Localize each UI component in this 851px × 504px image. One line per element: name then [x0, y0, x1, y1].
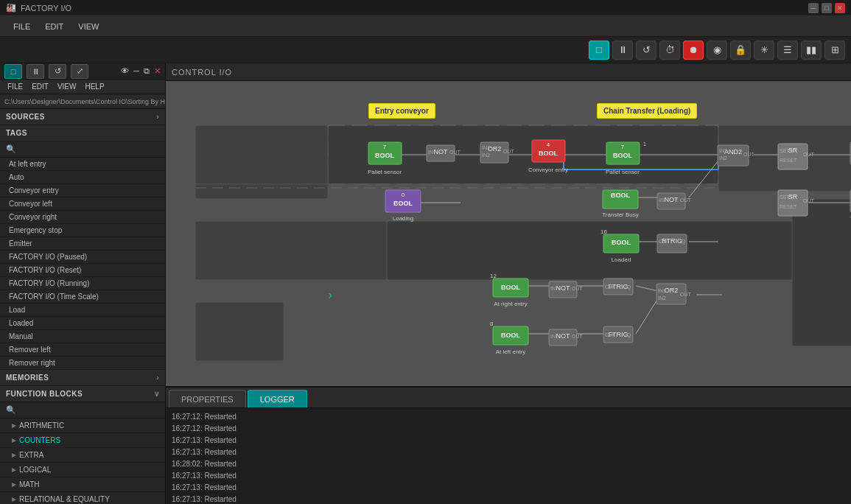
svg-text:NOT: NOT	[556, 332, 571, 340]
maximize-button[interactable]: □	[822, 3, 832, 13]
tag-search-icon: 🔍	[6, 144, 16, 154]
tag-emitter[interactable]: Emitter	[0, 237, 165, 251]
app-title: 🏭 FACTORY I/O	[6, 3, 71, 13]
tab-properties[interactable]: PROPERTIES	[169, 390, 246, 407]
svg-line-24	[689, 161, 718, 197]
tag-factory-timescale[interactable]: FACTORY I/O (Time Scale)	[0, 290, 165, 304]
tag-loaded[interactable]: Loaded	[0, 317, 165, 330]
svg-text:IN1: IN1	[658, 288, 666, 293]
fb-logical[interactable]: ▶LOGICAL	[0, 463, 165, 477]
fb-arithmetic[interactable]: ▶ARITHMETIC	[0, 419, 165, 433]
fb-search-input[interactable]	[19, 406, 159, 414]
toolbar-clock-button[interactable]: ⏱	[659, 41, 680, 60]
sources-section[interactable]: SOURCES ›	[0, 109, 165, 125]
tag-conveyor-right[interactable]: Conveyor right	[0, 211, 165, 224]
app-icon: 🏭	[6, 3, 16, 13]
toolbar-square-button[interactable]: □	[589, 41, 609, 60]
cio-menu-file[interactable]: FILE	[3, 81, 27, 92]
cio-menu-view[interactable]: VIEW	[53, 81, 81, 92]
tab-logger[interactable]: LOGGER	[248, 390, 307, 407]
toolbar-menu-button[interactable]: ☰	[777, 41, 798, 60]
svg-text:7: 7	[621, 144, 625, 150]
tag-conveyor-left[interactable]: Conveyor left	[0, 197, 165, 211]
toolbar-pause-button[interactable]: ⏸	[612, 41, 633, 60]
svg-text:OUT: OUT	[449, 150, 461, 155]
control-io-square-btn[interactable]: □	[4, 64, 22, 79]
control-io-float-icon[interactable]: ⧉	[144, 66, 150, 76]
control-io-pause-btn[interactable]: ⏸	[27, 64, 44, 79]
toolbar-asterisk-button[interactable]: ✳	[754, 41, 774, 60]
control-io-min-icon[interactable]: ─	[133, 66, 139, 76]
svg-text:IN: IN	[550, 286, 556, 291]
tag-emergency-stop[interactable]: Emergency stop	[0, 224, 165, 237]
svg-text:RESET: RESET	[780, 158, 797, 163]
bottom-panel: PROPERTIES LOGGER 16:27:12: Restarted 16…	[166, 386, 851, 504]
tag-auto[interactable]: Auto	[0, 171, 165, 184]
tag-load[interactable]: Load	[0, 304, 165, 317]
toolbar-record-button[interactable]: ⏺	[683, 41, 704, 60]
svg-text:16: 16	[600, 228, 607, 235]
close-button[interactable]: ✕	[835, 3, 845, 13]
toolbar-lock-button[interactable]: 🔒	[730, 41, 751, 60]
memories-section[interactable]: MEMORIES ›	[0, 370, 165, 386]
cio-menu-help[interactable]: HELP	[80, 81, 108, 92]
log-entry: 16:27:13: Restarted	[172, 470, 845, 482]
svg-text:IN1: IN1	[719, 148, 727, 153]
svg-text:OUT: OUT	[803, 152, 815, 157]
svg-text:CLK: CLK	[659, 239, 669, 244]
tag-factory-reset[interactable]: FACTORY I/O (Reset)	[0, 264, 165, 277]
svg-line-33	[636, 298, 658, 334]
svg-text:NOT: NOT	[556, 284, 571, 292]
sticky-entry-conveyor: Entry conveyor	[368, 103, 435, 119]
control-io-close-icon[interactable]: ✕	[154, 66, 161, 76]
toolbar-wifi-button[interactable]: ◉	[707, 41, 727, 60]
svg-text:NOT: NOT	[665, 196, 679, 203]
logic-diagram: 7 BOOL Pallet sensor NOT IN OUT OR2 IN1 …	[166, 81, 851, 386]
svg-text:1: 1	[643, 141, 646, 147]
toolbar-bars-button[interactable]: ▮▮	[801, 41, 822, 60]
svg-text:BOOL: BOOL	[612, 239, 631, 246]
function-blocks-section[interactable]: FUNCTION BLOCKS ∨	[0, 386, 165, 402]
control-io-eye-icon[interactable]: 👁	[121, 66, 129, 76]
svg-text:8: 8	[490, 321, 494, 327]
control-io-expand-btn[interactable]: ⤢	[71, 64, 88, 79]
tag-at-left-entry[interactable]: At left entry	[0, 158, 165, 171]
svg-text:NOT: NOT	[434, 148, 449, 155]
svg-text:IN1: IN1	[482, 145, 490, 150]
svg-text:7: 7	[383, 144, 387, 150]
tag-manual[interactable]: Manual	[0, 330, 165, 343]
fb-extra[interactable]: ▶EXTRA	[0, 448, 165, 463]
fb-counters[interactable]: ▶COUNTERS	[0, 433, 165, 448]
fb-relational[interactable]: ▶RELATIONAL & EQUALITY	[0, 492, 165, 504]
menu-edit[interactable]: EDIT	[38, 19, 71, 34]
menu-file[interactable]: FILE	[6, 19, 38, 34]
minimize-button[interactable]: ─	[808, 3, 819, 13]
tag-remover-right[interactable]: Remover right	[0, 357, 165, 370]
svg-text:BOOL: BOOL	[613, 152, 633, 159]
canvas-content[interactable]: Entry conveyor Chain Transfer (Loading)	[166, 81, 851, 386]
bottom-tabs: PROPERTIES LOGGER	[166, 388, 851, 408]
svg-text:Q: Q	[627, 284, 631, 290]
control-io-header-icons: 👁 ─ ⧉ ✕	[121, 66, 161, 76]
toolbar-grid-button[interactable]: ⊞	[824, 41, 845, 60]
svg-text:OR2: OR2	[665, 287, 679, 294]
svg-text:BOOL: BOOL	[611, 192, 631, 199]
tags-section[interactable]: TAGS	[0, 125, 165, 141]
fb-math[interactable]: ▶MATH	[0, 477, 165, 492]
tag-conveyor-entry[interactable]: Conveyor entry	[0, 184, 165, 197]
control-io-refresh-btn[interactable]: ↺	[49, 64, 66, 79]
tag-remover-left[interactable]: Remover left	[0, 343, 165, 357]
memories-arrow-icon: ›	[156, 374, 159, 382]
tag-search-input[interactable]	[19, 145, 159, 153]
cio-menu-edit[interactable]: EDIT	[27, 81, 53, 92]
tag-factory-paused[interactable]: FACTORY I/O (Paused)	[0, 251, 165, 264]
toolbar-right: □ ⏸ ↺ ⏱ ⏺ ◉ 🔒 ✳ ☰ ▮▮ ⊞	[589, 41, 845, 60]
svg-text:BOOL: BOOL	[501, 332, 521, 339]
menu-view[interactable]: VIEW	[71, 19, 106, 34]
window-controls[interactable]: ─ □ ✕	[808, 3, 845, 13]
canvas-area[interactable]: CONTROL I/O	[166, 63, 851, 504]
log-entry: 16:27:13: Restarted	[172, 435, 845, 447]
main-area: □ ⏸ ↺ ⤢ 👁 ─ ⧉ ✕ FILE EDIT VIEW HELP C:\U…	[0, 63, 851, 504]
toolbar-reset-button[interactable]: ↺	[636, 41, 656, 60]
tag-factory-running[interactable]: FACTORY I/O (Running)	[0, 277, 165, 290]
